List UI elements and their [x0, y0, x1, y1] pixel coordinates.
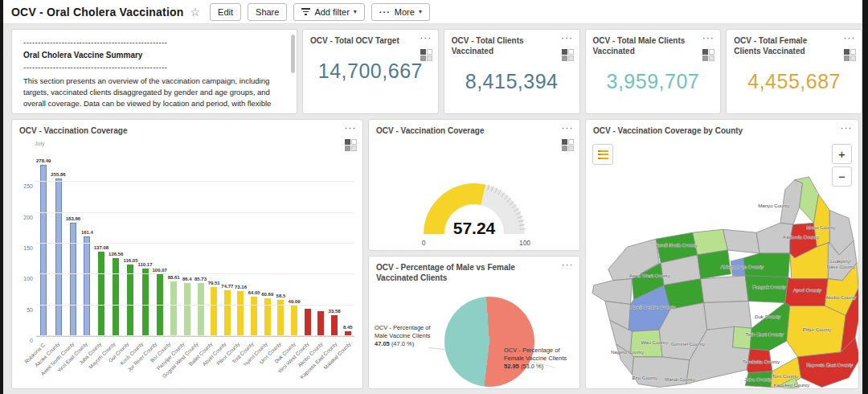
map-county-label: Gumriel County [671, 341, 706, 347]
card-menu-icon[interactable]: ··· [418, 32, 434, 45]
stat-card-total-target: OCV - Total OCV Target ··· 14,700,667 [302, 29, 439, 114]
gauge-value: 57.24 [453, 219, 496, 237]
divider: ----------------------------------------… [23, 62, 284, 73]
gauge-max-label: 100 [519, 239, 530, 247]
map-county-label: Fangak County [752, 284, 786, 289]
map-zoom-out-button[interactable]: − [832, 166, 852, 187]
map-county-label: Melut County [806, 224, 836, 230]
map-county-label: Nagero County [611, 349, 645, 355]
map-legend-button[interactable] [592, 144, 613, 165]
bar: 86.4 [181, 277, 194, 336]
card-menu-icon[interactable]: ··· [841, 32, 858, 45]
stat-card-female-vaccinated: OCV - Total Female Clients Vaccinated ··… [726, 29, 862, 114]
map-county-label: Aweil North County [656, 242, 698, 248]
vaccination-coverage-bar-card: OCV - Vaccination Coverage ··· July 278.… [11, 119, 363, 389]
stat-card-male-vaccinated: OCV - Total Male Clients Vaccinated ··· … [585, 29, 722, 114]
share-button[interactable]: Share [248, 3, 287, 21]
stat-value: 4,455,687 [727, 70, 862, 93]
map-county-label: Duk County [755, 314, 781, 319]
page-title: OCV - Oral Cholera Vaccination [11, 6, 184, 18]
view-toggle-icon[interactable] [562, 139, 574, 151]
map-county-label: Manyo County [758, 203, 790, 208]
map-county-label: Ayod County [793, 287, 822, 293]
card-title: OCV - Vaccination Coverage [12, 120, 362, 136]
bar [301, 302, 314, 337]
card-menu-icon[interactable]: ··· [559, 32, 575, 45]
star-favorite-icon[interactable]: ☆ [190, 6, 201, 18]
bar: 64.05 [248, 290, 261, 336]
bar: 183.86 [66, 216, 80, 336]
stat-card-clients-vaccinated: OCV - Total Clients Vaccinated ··· 8,415… [444, 29, 580, 114]
map-county-label: Fashoda County [783, 234, 820, 240]
summary-body: This section presents an overview of the… [23, 76, 284, 110]
filter-icon [301, 8, 310, 15]
pie-chart [444, 297, 534, 387]
county-region[interactable] [704, 301, 751, 330]
bar: 88.61 [167, 275, 181, 336]
card-menu-icon[interactable]: ··· [559, 122, 575, 135]
divider: ----------------------------------------… [23, 37, 284, 48]
bar: 8.45 [341, 325, 354, 336]
gauge-min-label: 0 [422, 239, 426, 247]
county-region[interactable] [592, 279, 633, 305]
map-county-label: Aweil West County [629, 273, 671, 278]
view-toggle-icon[interactable] [702, 49, 714, 61]
card-title: OCV - Vaccination Coverage by County [586, 120, 858, 136]
map-county-label: Kajo-keji County [773, 382, 810, 388]
county-region[interactable] [701, 276, 748, 303]
bar: 278.49 [36, 158, 51, 337]
coverage-map-card: Manyo CountyFashoda CountyMelut CountyLu… [585, 119, 859, 389]
map-county-label: Aweil Centre County [630, 304, 676, 310]
ellipsis-icon: ··· [379, 7, 391, 17]
chevron-down-icon: ▾ [354, 8, 357, 15]
add-filter-button[interactable]: Add filter ▾ [293, 3, 364, 21]
chevron-down-icon: ▾ [419, 8, 422, 15]
summary-title: Oral Cholera Vaccine Summary [23, 48, 284, 62]
map-county-label: Maridi County [665, 376, 696, 382]
map-county-label: Torit County [772, 373, 799, 379]
bar: 33.58 [328, 309, 342, 336]
map-county-label: Pibor County [803, 326, 832, 332]
card-title: OCV - Percentage of Male vs Female Vacci… [369, 257, 579, 283]
map-county-label: Terekeka County [743, 359, 780, 364]
bar: 73.16 [234, 285, 248, 336]
card-menu-icon[interactable]: ··· [342, 122, 358, 135]
view-toggle-icon[interactable] [844, 49, 856, 61]
bar: 85.73 [194, 277, 207, 336]
bar: 74.77 [221, 284, 235, 336]
map-county-label: Akobo County [825, 295, 857, 301]
bar: 100.07 [153, 268, 167, 336]
map-county-label: Twic East County [745, 331, 784, 337]
edit-button[interactable]: Edit [210, 3, 241, 21]
stat-value: 3,959,707 [586, 70, 721, 93]
county-region[interactable] [732, 326, 751, 349]
card-menu-icon[interactable]: ··· [838, 122, 854, 135]
map-county-label: Ezo County [633, 375, 659, 380]
summary-text-card: ----------------------------------------… [11, 29, 297, 114]
map-zoom-in-button[interactable]: + [832, 144, 852, 164]
county-region[interactable] [723, 229, 760, 253]
map-county-label: Kapoeta East County [806, 362, 854, 367]
bar: 58.5 [274, 293, 288, 336]
bar: 255.86 [51, 172, 65, 336]
stat-value: 8,415,394 [444, 70, 579, 93]
bar-chart-x-labels: Rubkona C.Akoka CountyAweil North County… [36, 339, 354, 387]
scrollbar-thumb[interactable] [291, 35, 295, 73]
bar: 116.05 [123, 258, 137, 336]
card-menu-icon[interactable]: ··· [700, 32, 716, 45]
choropleth-map: Manyo CountyFashoda CountyMelut CountyLu… [586, 120, 859, 389]
county-region[interactable] [750, 302, 790, 350]
card-menu-icon[interactable]: ··· [559, 259, 575, 272]
legend-list-icon [598, 150, 608, 159]
map-county-label: Juba County [744, 376, 772, 382]
view-toggle-icon[interactable] [562, 49, 574, 61]
county-region[interactable] [632, 357, 689, 388]
more-button[interactable]: ··· More ▾ [371, 3, 430, 21]
bar: 137.08 [94, 245, 108, 336]
view-toggle-icon[interactable] [420, 49, 432, 61]
bar [314, 305, 328, 336]
map-county-label: Wau County [641, 339, 669, 345]
bar: 161.4 [80, 230, 94, 336]
map-county-label: Abiemnhom County [720, 264, 764, 269]
view-toggle-icon[interactable] [345, 139, 357, 151]
